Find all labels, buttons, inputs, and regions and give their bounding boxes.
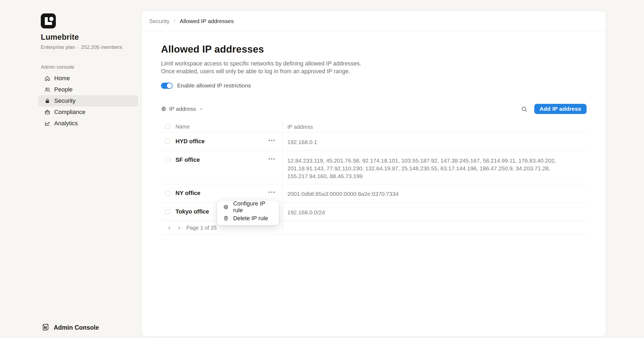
row-checkbox[interactable] <box>165 209 170 214</box>
table-header-row: Name IP address <box>161 121 587 133</box>
column-header-name: Name <box>175 124 190 130</box>
sidebar-item-analytics[interactable]: Analytics <box>38 118 138 129</box>
sidebar-item-label: Analytics <box>54 120 78 127</box>
search-button[interactable] <box>520 105 528 113</box>
right-actions: Add IP address <box>520 104 587 114</box>
ip-restrictions-toggle-row: Enable allowed IP restrictions <box>161 82 587 89</box>
sidebar-item-label: Home <box>54 75 70 82</box>
lumebrite-logo-icon <box>41 13 56 28</box>
workspace-logo[interactable] <box>41 13 56 28</box>
trash-icon <box>223 215 229 221</box>
sidebar-item-label: People <box>54 86 73 93</box>
toggle-label: Enable allowed IP restrictions <box>177 82 251 89</box>
briefcase-icon <box>44 109 50 115</box>
row-actions-menu-icon[interactable] <box>268 139 276 142</box>
sidebar: Lumebrite Enterprise plan · 252,205 memb… <box>38 0 138 338</box>
row-name: HYD office <box>175 138 205 145</box>
pagination-next-button[interactable] <box>175 224 183 232</box>
breadcrumb-separator: / <box>174 18 175 24</box>
add-ip-address-button[interactable]: Add IP address <box>534 104 587 114</box>
chevron-down-icon <box>199 107 203 111</box>
ip-address-filter-dropdown[interactable]: IP address <box>161 106 203 112</box>
page-title: Allowed IP addresses <box>161 44 587 55</box>
context-menu-item-label: Configure IP rule <box>233 200 274 214</box>
row-actions-menu-icon[interactable] <box>268 190 276 194</box>
row-checkbox[interactable] <box>165 139 170 144</box>
table-actions-row: IP address Add IP address <box>161 104 587 114</box>
row-ip: 12.84.233.119, 45.201.76.58, 92.174.18.1… <box>282 151 587 184</box>
breadcrumb-current: Allowed IP addresses <box>180 18 234 24</box>
workspace-name: Lumebrite <box>41 33 138 42</box>
table-row: HYD office 192.168.0.1 <box>161 133 587 151</box>
row-checkbox[interactable] <box>165 157 170 162</box>
context-menu-item-label: Delete IP rule <box>233 215 268 222</box>
row-ip: 192.168.0.0/24 <box>282 203 587 221</box>
breadcrumb-parent[interactable]: Security <box>149 18 170 24</box>
chevron-right-icon <box>177 226 181 230</box>
table-row: SF office 12.84.233.119, 45.201.76.58, 9… <box>161 151 587 184</box>
column-header-ip: IP address <box>282 121 587 132</box>
search-icon <box>521 106 528 112</box>
row-ip: 2001:0db8:85a3:0000:0000:8a2e:0370:7334 <box>282 184 587 203</box>
row-name: NY office <box>175 190 200 197</box>
home-icon <box>44 75 50 82</box>
row-name: Tokyo office <box>175 208 209 215</box>
select-all-checkbox[interactable] <box>165 124 170 129</box>
sidebar-item-home[interactable]: Home <box>38 73 138 84</box>
sidebar-section-label: Admin console <box>41 64 138 70</box>
ip-restrictions-toggle[interactable] <box>161 83 173 89</box>
filter-label: IP address <box>169 106 196 112</box>
sidebar-item-security[interactable]: Security <box>38 95 138 106</box>
row-name: SF office <box>175 157 200 163</box>
gear-icon <box>223 204 229 210</box>
sidebar-item-label: Compliance <box>54 109 85 116</box>
breadcrumb: Security / Allowed IP addresses <box>142 11 606 31</box>
page-description-line1: Limit workspace access to specific netwo… <box>161 60 587 68</box>
notion-cube-icon <box>41 323 50 332</box>
chevron-left-icon <box>167 226 172 230</box>
sidebar-item-compliance[interactable]: Compliance <box>38 106 138 118</box>
sidebar-nav: Home People Security <box>38 73 138 129</box>
admin-console-label: Admin Console <box>54 324 99 331</box>
workspace-members: 252,205 members <box>81 44 122 50</box>
admin-console-footer[interactable]: Admin Console <box>41 323 99 332</box>
workspace-plan: Enterprise plan <box>41 44 75 50</box>
workspace-meta: Enterprise plan · 252,205 members <box>41 44 138 50</box>
sidebar-item-label: Security <box>54 97 75 104</box>
pagination-prev-button[interactable] <box>165 224 173 232</box>
row-checkbox[interactable] <box>165 191 170 196</box>
row-ip: 192.168.0.1 <box>282 133 587 151</box>
meta-dot: · <box>77 44 79 50</box>
trend-chart-icon <box>44 120 50 127</box>
page-description-line2: Once enabled, users will only be able to… <box>161 68 587 75</box>
context-menu-item-delete[interactable]: Delete IP rule <box>217 213 279 224</box>
row-actions-menu-icon[interactable] <box>268 157 276 161</box>
page-content: Allowed IP addresses Limit workspace acc… <box>142 44 606 235</box>
row-context-menu: Configure IP rule Delete IP rule <box>217 200 279 225</box>
people-icon <box>44 87 50 93</box>
sidebar-item-people[interactable]: People <box>38 84 138 95</box>
globe-icon <box>161 106 166 112</box>
main-panel: Security / Allowed IP addresses Allowed … <box>141 11 606 337</box>
toggle-knob <box>167 83 172 88</box>
pagination-label: Page 1 of 25 <box>186 225 217 231</box>
context-menu-item-configure[interactable]: Configure IP rule <box>217 201 279 213</box>
page-description: Limit workspace access to specific netwo… <box>161 60 587 75</box>
lock-icon <box>44 98 50 104</box>
